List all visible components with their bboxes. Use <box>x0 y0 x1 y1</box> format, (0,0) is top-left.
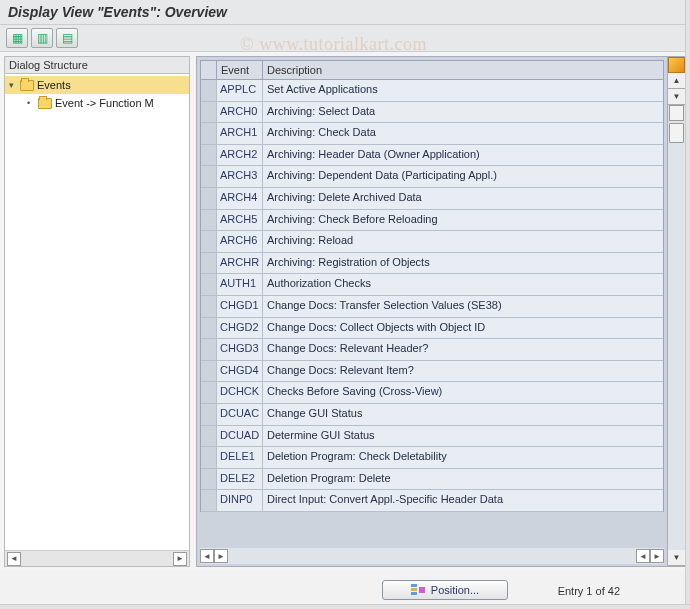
cell-event: DINP0 <box>217 490 263 511</box>
cell-event: ARCH5 <box>217 210 263 231</box>
scroll-right-icon[interactable]: ► <box>650 549 664 563</box>
table-row[interactable]: DCUADDetermine GUI Status <box>201 426 663 448</box>
row-selector[interactable] <box>201 166 217 187</box>
row-selector[interactable] <box>201 490 217 511</box>
table-row[interactable]: ARCH4Archiving: Delete Archived Data <box>201 188 663 210</box>
row-selector[interactable] <box>201 426 217 447</box>
table-row[interactable]: APPLCSet Active Applications <box>201 80 663 102</box>
cell-description: Authorization Checks <box>263 274 663 295</box>
folder-icon <box>20 80 34 91</box>
bullet-icon[interactable]: • <box>27 98 35 108</box>
cell-description: Change Docs: Relevant Item? <box>263 361 663 382</box>
row-selector[interactable] <box>201 296 217 317</box>
table-row[interactable]: ARCH1Archiving: Check Data <box>201 123 663 145</box>
frame-edge <box>0 604 690 609</box>
row-selector[interactable] <box>201 102 217 123</box>
table-h-scrollbar[interactable]: ◄ ► ◄ ► <box>200 548 664 564</box>
table-row[interactable]: ARCH3Archiving: Dependent Data (Particip… <box>201 166 663 188</box>
cell-event: CHGD4 <box>217 361 263 382</box>
cell-description: Deletion Program: Delete <box>263 469 663 490</box>
scroll-left-icon[interactable]: ◄ <box>200 549 214 563</box>
table-row[interactable]: ARCH0Archiving: Select Data <box>201 102 663 124</box>
frame-edge <box>685 0 690 609</box>
scroll-left-icon[interactable]: ◄ <box>636 549 650 563</box>
cell-event: CHGD1 <box>217 296 263 317</box>
scroll-right-icon[interactable]: ► <box>173 552 187 566</box>
row-selector[interactable] <box>201 382 217 403</box>
tree-h-scrollbar[interactable]: ◄ ► <box>5 550 189 566</box>
scroll-up-icon[interactable]: ▲ <box>668 73 685 89</box>
row-selector[interactable] <box>201 80 217 101</box>
toolbar-btn-2[interactable]: ▥ <box>31 28 53 48</box>
table-row[interactable]: ARCH2Archiving: Header Data (Owner Appli… <box>201 145 663 167</box>
cell-description: Change Docs: Transfer Selection Values (… <box>263 296 663 317</box>
table-row[interactable]: DELE2Deletion Program: Delete <box>201 469 663 491</box>
position-icon <box>411 584 425 596</box>
table-row[interactable]: ARCH6Archiving: Reload <box>201 231 663 253</box>
scroll-thumb[interactable] <box>669 123 684 143</box>
cell-event: APPLC <box>217 80 263 101</box>
tree-panel: ▾Events•Event -> Function M ◄ ► <box>4 73 190 567</box>
table-row[interactable]: DINP0Direct Input: Convert Appl.-Specifi… <box>201 490 663 512</box>
row-selector[interactable] <box>201 274 217 295</box>
row-selector[interactable] <box>201 253 217 274</box>
row-selector[interactable] <box>201 469 217 490</box>
cell-event: DELE1 <box>217 447 263 468</box>
tree-item-label: Event -> Function M <box>55 97 154 109</box>
toolbar-btn-3[interactable]: ▤ <box>56 28 78 48</box>
cell-description: Deletion Program: Check Deletability <box>263 447 663 468</box>
table-row[interactable]: CHGD4Change Docs: Relevant Item? <box>201 361 663 383</box>
cell-event: AUTH1 <box>217 274 263 295</box>
row-selector[interactable] <box>201 404 217 425</box>
cell-description: Archiving: Reload <box>263 231 663 252</box>
row-selector[interactable] <box>201 231 217 252</box>
cell-description: Archiving: Check Before Reloading <box>263 210 663 231</box>
table-row[interactable]: ARCH5Archiving: Check Before Reloading <box>201 210 663 232</box>
position-label: Position... <box>431 584 479 596</box>
table-row[interactable]: DCHCKChecks Before Saving (Cross-View) <box>201 382 663 404</box>
row-selector[interactable] <box>201 361 217 382</box>
cell-description: Checks Before Saving (Cross-View) <box>263 382 663 403</box>
cell-event: ARCH0 <box>217 102 263 123</box>
configure-columns-icon[interactable] <box>668 57 685 73</box>
scroll-down-end-icon[interactable]: ▼ <box>668 550 685 566</box>
dialog-structure-heading: Dialog Structure <box>4 56 190 73</box>
collapse-icon[interactable]: ▾ <box>9 80 17 90</box>
column-header-description[interactable]: Description <box>262 60 664 80</box>
cell-event: CHGD3 <box>217 339 263 360</box>
table-row[interactable]: DELE1Deletion Program: Check Deletabilit… <box>201 447 663 469</box>
table-row[interactable]: CHGD1Change Docs: Transfer Selection Val… <box>201 296 663 318</box>
toolbar-btn-1[interactable]: ▦ <box>6 28 28 48</box>
column-header-selector[interactable] <box>200 60 216 80</box>
page-title: Display View "Events": Overview <box>0 0 690 25</box>
row-selector[interactable] <box>201 210 217 231</box>
folder-icon <box>38 98 52 109</box>
scroll-down-icon[interactable]: ▼ <box>668 89 685 105</box>
table-row[interactable]: ARCHRArchiving: Registration of Objects <box>201 253 663 275</box>
events-table: Event Description APPLCSet Active Applic… <box>196 56 668 567</box>
table-row[interactable]: DCUACChange GUI Status <box>201 404 663 426</box>
position-button[interactable]: Position... <box>382 580 508 600</box>
row-selector[interactable] <box>201 188 217 209</box>
table-row[interactable]: CHGD3Change Docs: Relevant Header? <box>201 339 663 361</box>
table-v-scrollbar[interactable]: ▲ ▼ ▼ <box>668 56 686 567</box>
row-selector[interactable] <box>201 339 217 360</box>
cell-description: Change Docs: Relevant Header? <box>263 339 663 360</box>
row-selector[interactable] <box>201 145 217 166</box>
toolbar: ▦ ▥ ▤ <box>0 25 690 52</box>
table-row[interactable]: AUTH1Authorization Checks <box>201 274 663 296</box>
column-header-event[interactable]: Event <box>216 60 262 80</box>
row-selector[interactable] <box>201 318 217 339</box>
row-selector[interactable] <box>201 123 217 144</box>
scroll-left-icon[interactable]: ◄ <box>7 552 21 566</box>
cell-event: ARCH3 <box>217 166 263 187</box>
row-selector[interactable] <box>201 447 217 468</box>
cell-description: Determine GUI Status <box>263 426 663 447</box>
table-row[interactable]: CHGD2Change Docs: Collect Objects with O… <box>201 318 663 340</box>
tree-item-event-function-m[interactable]: •Event -> Function M <box>5 94 189 112</box>
sidebar: Dialog Structure ▾Events•Event -> Functi… <box>4 56 190 567</box>
cell-event: DCUAC <box>217 404 263 425</box>
scroll-right-icon[interactable]: ► <box>214 549 228 563</box>
tree-item-events[interactable]: ▾Events <box>5 76 189 94</box>
cell-description: Archiving: Check Data <box>263 123 663 144</box>
